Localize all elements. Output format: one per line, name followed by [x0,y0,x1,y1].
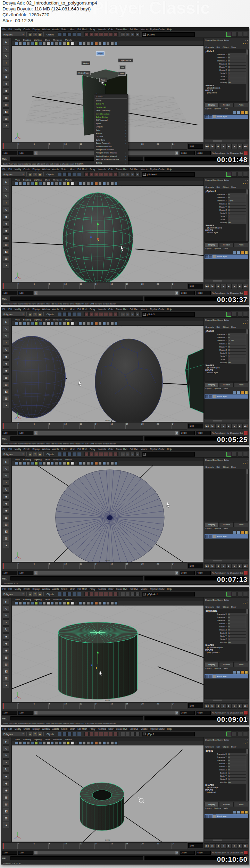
menu-select[interactable]: Select [61,448,67,450]
viewport-toolbar-icon[interactable] [55,182,58,185]
snap-to-grid-icon[interactable] [58,592,62,596]
channel-value-field[interactable]: 1 [228,358,246,361]
transport-button-0[interactable]: |◀◀ [204,284,209,289]
new-scene-icon[interactable]: ▤ [28,592,32,596]
viewport-toolbar-icon[interactable] [106,42,110,45]
menu-normals[interactable]: Normals [98,168,106,170]
viewport-toolbar-icon[interactable] [78,461,82,465]
rotate-tool-icon[interactable]: ↻ [3,766,9,773]
open-scene-icon[interactable]: ▼ [33,732,37,736]
playback-start-field[interactable]: 1.00 [18,151,33,155]
snap-to-projected-center-icon[interactable] [72,32,76,36]
menu-proxy[interactable]: Proxy [90,168,95,170]
command-input-field[interactable] [10,576,143,581]
layer-editor-tab-display[interactable]: Display [205,662,219,667]
timeline-tick[interactable]: 4 [17,283,33,289]
component-selection-mask-icon[interactable] [238,592,242,596]
menu-muscle[interactable]: Muscle [141,308,148,310]
timeline-tick[interactable]: 10 [64,703,79,709]
channel-value-field[interactable]: 0 [228,202,246,205]
menu-assets[interactable]: Assets [52,588,59,590]
channel-box-menu-show[interactable]: Show [231,746,236,748]
channel-value-field[interactable]: on [228,781,246,784]
layout-persp-outliner-icon[interactable]: ◧ [3,248,9,254]
snap-to-projected-center-icon[interactable] [72,312,76,316]
menu-window[interactable]: Window [42,168,50,170]
move-layer-down-icon[interactable] [245,671,248,674]
channel-box-menu-object[interactable]: Object [223,186,228,188]
component-selection-mask-icon[interactable] [238,452,242,457]
layout-single-pane-icon[interactable]: ▦ [3,654,9,660]
select-tool-icon[interactable]: ► [3,738,9,745]
timeline-tick[interactable]: 20 [141,703,156,709]
command-input-field[interactable] [10,856,143,860]
menu-pipeline-cache[interactable]: Pipeline Cache [150,308,165,310]
channel-value-field[interactable]: 0 [228,333,246,336]
layout-hypershade-icon[interactable]: ▥ [3,535,9,541]
viewport-toolbar-icon[interactable] [78,182,82,185]
move-layer-up-icon[interactable] [241,111,244,114]
move-tool-icon[interactable]: + [3,759,9,766]
menu-help[interactable]: Help [167,588,172,590]
new-scene-icon[interactable]: ▤ [28,312,32,316]
paint-effects-icon[interactable]: ▪ [135,592,140,596]
input-node-name[interactable]: FacesLayer [205,231,246,234]
channel-box-menu-edit[interactable]: Edit [217,606,220,608]
speed-icon[interactable]: ◐ [245,602,246,605]
layer-visibility-checkbox[interactable] [205,675,208,678]
viewport-toolbar-icon[interactable] [94,322,98,325]
timeline-tick[interactable]: 14 [94,283,110,289]
viewport-toolbar-icon[interactable] [50,42,54,45]
channel-box-menu-edit[interactable]: Edit [217,46,220,48]
viewport-toolbar-icon[interactable] [86,741,90,745]
playback-end-field[interactable]: 24.00 [180,711,195,715]
context-menu-item[interactable]: DG Traversal› [94,119,128,122]
viewport-toolbar-icon[interactable] [18,42,22,45]
viewport-toolbar-icon[interactable] [50,741,54,745]
viewport-toolbar-icon[interactable] [86,322,90,325]
object-x-ray-icon[interactable]: ◦ [109,592,113,596]
viewport-toolbar-icon[interactable] [110,42,114,45]
viewport-toolbar-icon[interactable] [62,601,66,605]
menu-normals[interactable]: Normals [98,588,106,590]
create-layer-from-selected-icon[interactable] [237,531,240,534]
channel-box-menu-show[interactable]: Show [231,326,236,328]
menu-window[interactable]: Window [42,28,50,31]
menu-window[interactable]: Window [42,728,50,730]
viewport-toolbar-icon[interactable] [94,461,98,465]
animation-end-field[interactable]: 48.00 [196,711,211,715]
dock-icon[interactable]: ▫ [245,459,246,461]
channel-box-menu-channels[interactable]: Channels [205,466,214,468]
viewport-toolbar-icon[interactable] [26,601,30,605]
symmetry-icon[interactable]: ◦ [99,172,103,176]
layer-menu-options[interactable]: Options [214,387,221,390]
viewport-toolbar-icon[interactable] [70,741,74,745]
move-layer-up-icon[interactable] [241,811,244,813]
quick-selection-field[interactable]: pCube1 [142,32,195,37]
snap-to-point-icon[interactable] [67,312,72,316]
command-line-label[interactable]: MEL [2,577,9,580]
layer-visibility-checkbox[interactable] [205,115,208,118]
menu-modify[interactable]: Modify [15,448,21,450]
timeline-tick[interactable]: 18 [125,423,141,429]
viewport-toolbar-icon[interactable] [31,42,34,45]
playback-start-field[interactable]: 1.00 [18,571,33,575]
show-manipulator-tool-icon[interactable]: ◈ [3,500,9,507]
menu-set-selector[interactable]: Polygons▾ [2,312,25,317]
layout-single-pane-icon[interactable]: ▦ [3,794,9,800]
panel-menu-panels[interactable]: Panels [65,178,72,181]
playback-end-field[interactable]: 24.00 [180,431,195,435]
dock-icon[interactable]: ▫ [245,319,246,321]
layer-visibility-checkbox[interactable] [205,815,208,818]
menu-muscle[interactable]: Muscle [141,28,148,31]
last-tool-icon[interactable]: ◉ [3,87,9,94]
snap-to-view-plane-icon[interactable] [77,592,81,596]
panel-menu-panels[interactable]: Panels [65,39,72,41]
timeline-tick[interactable]: 22 [156,143,171,149]
highlight-selection-icon[interactable]: ◦ [104,32,108,36]
menu-mesh[interactable]: Mesh [70,588,75,590]
channel-value-field[interactable]: 0 [228,342,246,345]
layer-editor-tab-anim[interactable]: Anim [234,242,248,247]
character-set-selector[interactable]: No Character Set [227,852,243,854]
viewport-toolbar-icon[interactable] [86,601,90,605]
